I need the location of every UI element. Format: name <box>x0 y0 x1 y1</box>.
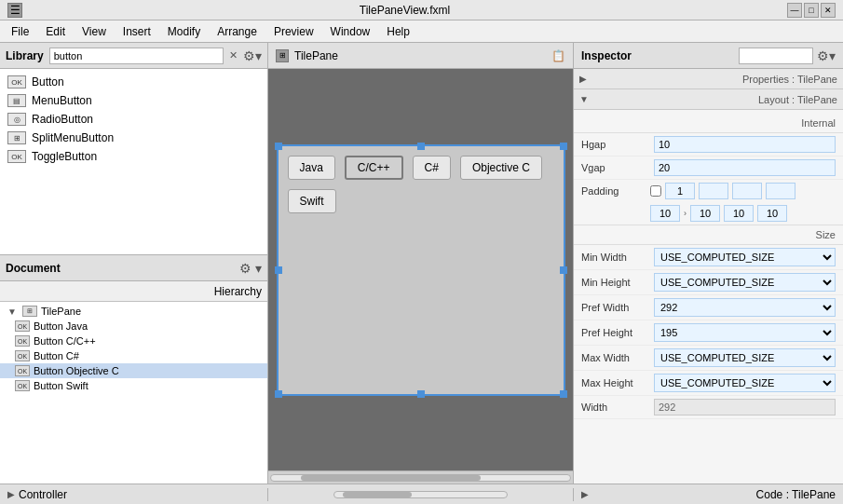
library-item-button[interactable]: OK Button <box>0 73 267 91</box>
canvas-scrollbar[interactable] <box>268 470 573 484</box>
button-icon: OK <box>7 75 26 89</box>
minimize-button[interactable]: — <box>787 3 802 18</box>
library-settings-icon[interactable]: ⚙▾ <box>243 48 262 63</box>
properties-arrow[interactable]: ▶ <box>579 74 587 84</box>
resize-handle-bl[interactable] <box>275 390 282 398</box>
bottom-scrollbar-track[interactable] <box>333 491 508 498</box>
min-height-select[interactable]: USE_COMPUTED_SIZE <box>654 273 836 292</box>
button-tree-label-swift: Button Swift <box>34 380 88 391</box>
padding-val4[interactable] <box>757 205 787 222</box>
button-tree-icon-cpp: OK <box>15 335 30 347</box>
resize-handle-tc[interactable] <box>417 143 425 150</box>
tilepane-canvas[interactable]: Java C/C++ C# Objective C Swift <box>277 144 565 396</box>
app-icon: ☰ <box>7 3 22 18</box>
vgap-input[interactable] <box>654 159 836 176</box>
menu-insert[interactable]: Insert <box>116 23 158 40</box>
library-clear-icon[interactable]: ✕ <box>229 49 238 61</box>
resize-handle-bc[interactable] <box>417 390 425 398</box>
menu-edit[interactable]: Edit <box>38 23 73 40</box>
bottom-scrollbar-thumb[interactable] <box>343 492 412 497</box>
min-width-select[interactable]: USE_COMPUTED_SIZE <box>654 248 836 266</box>
tree-item-objectivec[interactable]: OK Button Objective C <box>0 363 267 378</box>
library-item-menubutton[interactable]: ▤ MenuButton <box>0 91 267 110</box>
layout-arrow[interactable]: ▼ <box>579 94 589 104</box>
resize-handle-br[interactable] <box>560 390 567 398</box>
scrollbar-track[interactable] <box>270 474 571 482</box>
titlebar-controls: — □ ✕ <box>787 3 836 18</box>
code-label: Code : TilePane <box>756 488 836 501</box>
resize-handle-tr[interactable] <box>560 143 567 150</box>
properties-label: Properties : TilePane <box>742 74 837 85</box>
padding-checkbox[interactable] <box>650 185 661 197</box>
tile-button-csharp[interactable]: C# <box>413 156 451 180</box>
max-height-row: Max Height USE_COMPUTED_SIZE <box>574 371 843 396</box>
max-height-select[interactable]: USE_COMPUTED_SIZE <box>654 374 836 392</box>
internal-label: Internal <box>574 114 843 133</box>
layout-label: Layout : TilePane <box>758 94 837 105</box>
button-tree-label-objectivec: Button Objective C <box>34 365 119 376</box>
status-left-arrow[interactable]: ▶ <box>7 489 15 499</box>
padding-val1[interactable] <box>650 205 680 222</box>
padding-bottom-input[interactable] <box>732 183 762 199</box>
inspector-settings-icon[interactable]: ⚙▾ <box>817 48 836 63</box>
menu-arrange[interactable]: Arrange <box>210 23 265 40</box>
max-width-select[interactable]: USE_COMPUTED_SIZE <box>654 348 836 367</box>
tile-button-swift[interactable]: Swift <box>288 189 336 213</box>
pref-height-select[interactable]: 195 <box>654 323 836 342</box>
padding-top-input[interactable] <box>665 183 695 199</box>
hgap-input[interactable] <box>654 136 836 153</box>
pref-width-select[interactable]: 292 <box>654 298 836 317</box>
tile-button-cpp[interactable]: C/C++ <box>345 156 403 180</box>
padding-val3[interactable] <box>724 205 754 222</box>
max-width-label: Max Width <box>581 352 646 363</box>
menu-view[interactable]: View <box>75 23 114 40</box>
resize-handle-ml[interactable] <box>275 266 282 274</box>
export-icon[interactable]: 📋 <box>551 49 565 62</box>
padding-left-input[interactable] <box>766 183 795 199</box>
inspector-search-input[interactable] <box>739 48 813 64</box>
button-tree-label-csharp: Button C# <box>34 350 79 361</box>
min-height-label: Min Height <box>581 277 646 288</box>
togglebutton-icon: OK <box>7 150 26 163</box>
splitmenubutton-icon: ⊞ <box>7 131 26 144</box>
expand-icon[interactable]: ▼ <box>7 306 19 317</box>
inspector-content: Internal Hgap Vgap Padding <box>574 110 843 484</box>
tree-item-cpp[interactable]: OK Button C/C++ <box>0 334 267 348</box>
tree-item-java[interactable]: OK Button Java <box>0 319 267 334</box>
menu-help[interactable]: Help <box>379 23 417 40</box>
resize-handle-tl[interactable] <box>275 143 282 150</box>
library-search-input[interactable] <box>49 48 224 64</box>
tree-item-csharp[interactable]: OK Button C# <box>0 348 267 363</box>
canvas-area[interactable]: Java C/C++ C# Objective C Swift <box>268 69 573 470</box>
close-button[interactable]: ✕ <box>821 3 836 18</box>
button-tree-icon-objectivec: OK <box>15 365 30 376</box>
tile-button-objectivec[interactable]: Objective C <box>460 156 542 180</box>
scrollbar-thumb[interactable] <box>301 475 481 481</box>
radiobutton-icon: ◎ <box>7 113 26 126</box>
controller-label: Controller <box>19 488 67 501</box>
tile-button-java[interactable]: Java <box>288 156 335 180</box>
menu-modify[interactable]: Modify <box>160 23 208 40</box>
document-settings-icon[interactable]: ⚙ ▾ <box>239 261 262 276</box>
library-item-radiobutton[interactable]: ◎ RadioButton <box>0 110 267 129</box>
pref-height-row: Pref Height 195 <box>574 320 843 346</box>
status-right-arrow-left[interactable]: ▶ <box>581 489 589 499</box>
padding-right-input[interactable] <box>699 183 728 199</box>
padding-arrow-icon: › <box>684 209 687 218</box>
resize-handle-mr[interactable] <box>560 266 567 274</box>
titlebar-title: TilePaneView.fxml <box>22 4 787 17</box>
padding-val2[interactable] <box>690 205 720 222</box>
library-item-togglebutton-label: ToggleButton <box>32 150 97 163</box>
menu-file[interactable]: File <box>4 23 36 40</box>
menu-preview[interactable]: Preview <box>266 23 321 40</box>
vgap-label: Vgap <box>581 162 646 173</box>
library-item-togglebutton[interactable]: OK ToggleButton <box>0 147 267 166</box>
library-item-splitmenubutton[interactable]: ⊞ SplitMenuButton <box>0 129 267 147</box>
menu-window[interactable]: Window <box>323 23 378 40</box>
min-height-row: Min Height USE_COMPUTED_SIZE <box>574 270 843 295</box>
library-header: Library ✕ ⚙▾ <box>0 43 267 69</box>
tree-item-swift[interactable]: OK Button Swift <box>0 378 267 393</box>
tree-item-tilepane[interactable]: ▼ ⊞ TilePane <box>0 304 267 319</box>
hgap-label: Hgap <box>581 139 646 150</box>
maximize-button[interactable]: □ <box>804 3 819 18</box>
